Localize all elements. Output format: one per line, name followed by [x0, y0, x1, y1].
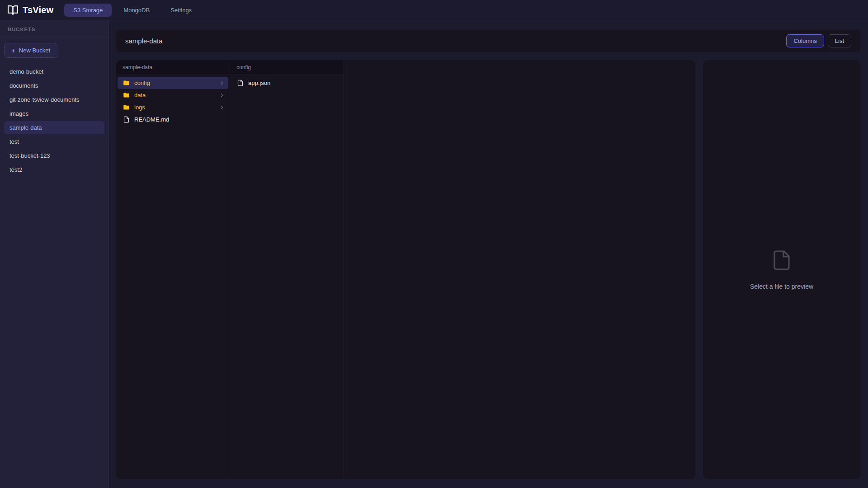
book-icon — [7, 5, 19, 16]
file-icon — [123, 116, 130, 123]
bucket-header: sample-data Columns List — [116, 30, 860, 52]
chevron-right-icon — [219, 105, 225, 110]
bucket-title: sample-data — [125, 37, 163, 45]
file-icon — [237, 80, 244, 86]
bucket-list: demo-bucket documents git-zone-tsview-do… — [0, 64, 108, 178]
bucket-item-documents[interactable]: documents — [4, 79, 104, 92]
main-area: sample-data Columns List sample-data — [109, 20, 868, 488]
file-row-app-json[interactable]: app.json — [231, 77, 342, 89]
plus-icon: + — [11, 47, 15, 54]
file-row-config[interactable]: config — [118, 77, 228, 89]
file-name: app.json — [248, 80, 339, 86]
bucket-item-test2[interactable]: test2 — [4, 163, 104, 176]
preview-placeholder-text: Select a file to preview — [750, 283, 813, 290]
new-bucket-button[interactable]: + New Bucket — [4, 43, 57, 58]
folder-icon — [123, 92, 130, 99]
buckets-heading: BUCKETS — [0, 20, 108, 38]
file-name: config — [134, 80, 215, 86]
app-title: TsView — [23, 5, 53, 15]
tab-s3-storage[interactable]: S3 Storage — [64, 4, 112, 17]
file-name: logs — [134, 104, 215, 111]
bucket-item-git-zone-tsview-documents[interactable]: git-zone-tsview-documents — [4, 93, 104, 106]
bucket-item-images[interactable]: images — [4, 107, 104, 120]
column-items: app.json — [230, 75, 344, 91]
file-row-logs[interactable]: logs — [118, 101, 228, 113]
top-nav: TsView S3 Storage MongoDB Settings — [0, 0, 868, 20]
file-column-config: config app.json — [230, 60, 344, 479]
new-bucket-label: New Bucket — [19, 47, 50, 54]
bucket-item-test-bucket-123[interactable]: test-bucket-123 — [4, 149, 104, 162]
column-items: config data — [116, 75, 230, 127]
chevron-right-icon — [219, 93, 225, 98]
view-toggle: Columns List — [786, 34, 851, 47]
folder-icon — [123, 104, 130, 111]
tab-settings[interactable]: Settings — [161, 4, 201, 17]
bucket-item-sample-data[interactable]: sample-data — [4, 121, 104, 134]
content-row: sample-data config — [116, 60, 860, 479]
chevron-right-icon — [219, 80, 225, 86]
file-columns-panel: sample-data config — [116, 60, 695, 479]
list-view-button[interactable]: List — [828, 34, 851, 47]
tab-mongodb[interactable]: MongoDB — [114, 4, 159, 17]
preview-panel: Select a file to preview — [703, 60, 860, 479]
app-logo: TsView — [7, 5, 53, 16]
folder-icon — [123, 80, 130, 86]
file-placeholder-icon — [771, 249, 793, 273]
bucket-item-demo-bucket[interactable]: demo-bucket — [4, 65, 104, 78]
buckets-sidebar: BUCKETS + New Bucket demo-bucket documen… — [0, 20, 109, 488]
file-row-readme[interactable]: README.md — [118, 113, 228, 126]
file-name: README.md — [134, 116, 225, 123]
file-column-sample-data: sample-data config — [116, 60, 230, 479]
file-name: data — [134, 92, 215, 99]
nav-tabs: S3 Storage MongoDB Settings — [64, 4, 201, 17]
file-row-data[interactable]: data — [118, 89, 228, 101]
columns-view-button[interactable]: Columns — [786, 34, 824, 47]
column-header: sample-data — [116, 60, 230, 75]
bucket-item-test[interactable]: test — [4, 135, 104, 148]
column-header: config — [230, 60, 344, 75]
